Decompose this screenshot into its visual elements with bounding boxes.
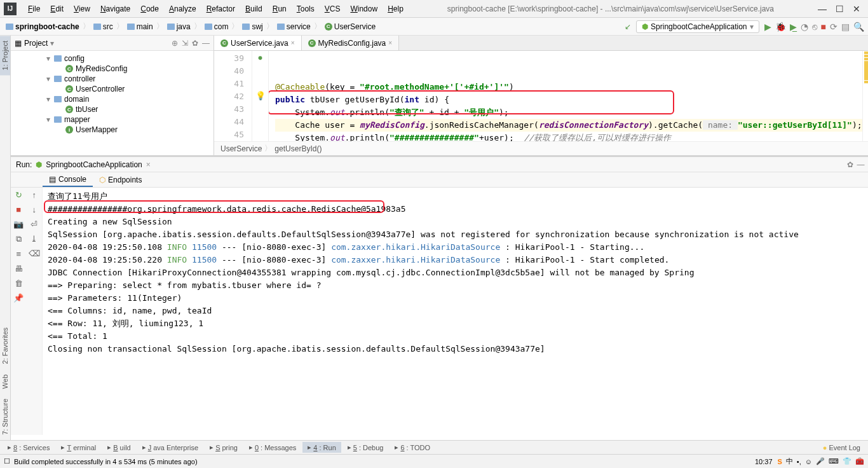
filter-icon[interactable]: ≡ (16, 249, 21, 259)
up-icon[interactable]: ↑ (32, 190, 37, 200)
bottom-tab-Java-Enterprise[interactable]: ▸ Java Enterprise (137, 442, 203, 453)
breadcrumb-com[interactable]: com (203, 22, 231, 31)
breadcrumb-swj[interactable]: swj (240, 22, 264, 31)
attach-icon[interactable]: ⎋ (812, 22, 817, 32)
debug-icon[interactable]: 🐞 (775, 22, 786, 32)
search-icon[interactable]: 🔍 (853, 22, 864, 32)
tree-node-controller[interactable]: ▾controller (11, 74, 214, 84)
menu-tools[interactable]: Tools (293, 3, 318, 15)
camera-icon[interactable]: 📷 (13, 219, 24, 229)
run-config-selector[interactable]: ⬢ SpringbootCacheApplication ▾ (636, 20, 759, 33)
kbd-icon[interactable]: ⌨ (829, 457, 839, 465)
stop-icon[interactable]: ■ (821, 22, 826, 32)
close-icon[interactable]: × (146, 160, 151, 169)
breadcrumb-UserService[interactable]: CUserService (323, 22, 377, 31)
down-icon[interactable]: ↓ (32, 205, 37, 214)
profile-icon[interactable]: ◔ (801, 22, 808, 32)
bottom-tab-Spring[interactable]: ▸ Spring (205, 442, 243, 453)
menu-edit[interactable]: Edit (46, 3, 67, 15)
emoji-icon[interactable]: ☺ (805, 458, 812, 465)
close-icon[interactable]: × (291, 39, 295, 46)
run-icon[interactable]: ▶ (764, 22, 771, 32)
coverage-icon[interactable]: ▶̲ (790, 22, 797, 32)
structure-tool-tab[interactable]: 7: Structure (0, 394, 10, 440)
bottom-tab-4--Run[interactable]: ▸ 4: Run (302, 442, 341, 453)
minimize-button[interactable]: — (818, 4, 827, 14)
breadcrumb-src[interactable]: src (92, 22, 115, 31)
bottom-tab-Terminal[interactable]: ▸ Terminal (56, 442, 101, 453)
breadcrumb-main[interactable]: main (125, 22, 155, 31)
hide-icon[interactable]: — (202, 39, 210, 48)
stop-icon[interactable]: ■ (16, 205, 21, 214)
toolbox-icon[interactable]: 🧰 (855, 457, 864, 465)
ime-icon[interactable]: 中 (786, 457, 793, 466)
hide-panel-icon[interactable]: — (857, 160, 865, 169)
console-output[interactable]: 查询了11号用户################org.springframew… (43, 188, 868, 435)
web-tool-tab[interactable]: Web (0, 369, 10, 394)
menu-view[interactable]: View (70, 3, 94, 15)
breadcrumb-springboot-cache[interactable]: springboot-cache (4, 22, 81, 31)
favorites-tool-tab[interactable]: 2: Favorites (0, 322, 10, 369)
tree-node-UserController[interactable]: CUserController (11, 84, 214, 94)
vcs-icon[interactable]: ⟳ (830, 22, 837, 32)
collapse-icon[interactable]: ⇲ (182, 39, 188, 48)
menu-code[interactable]: Code (137, 3, 163, 15)
bulb-icon[interactable]: 💡 (255, 91, 266, 100)
bottom-tab-5--Debug[interactable]: ▸ 5: Debug (342, 442, 389, 453)
breadcrumb-java[interactable]: java (165, 22, 193, 31)
menu-window[interactable]: Window (346, 3, 381, 15)
bc-class[interactable]: UserService (220, 144, 262, 153)
tree-node-UserMapper[interactable]: IUserMapper (11, 125, 214, 135)
menu-analyze[interactable]: Analyze (165, 3, 200, 15)
code-area[interactable]: @Cacheable(key = "#root.methodName+'['+#… (269, 51, 862, 141)
tree-node-MyRedisConfig[interactable]: CMyRedisConfig (11, 64, 214, 74)
bottom-tab-6--TODO[interactable]: ▸ 6: TODO (390, 442, 435, 453)
layout-icon[interactable]: ⧉ (16, 234, 22, 244)
sogou-icon[interactable]: S (778, 458, 782, 465)
bc-method[interactable]: getUserById() (275, 144, 322, 153)
tree-node-config[interactable]: ▾config (11, 53, 214, 64)
mic-icon[interactable]: 🎤 (816, 457, 825, 465)
close-button[interactable]: ✕ (853, 4, 860, 14)
tab-UserService.java[interactable]: CUserService.java× (214, 36, 302, 50)
delete-icon[interactable]: 🗑 (15, 279, 23, 288)
bottom-tab-0--Messages[interactable]: ▸ 0: Messages (244, 442, 301, 453)
menu-build[interactable]: Build (241, 3, 266, 15)
tree-node-mapper[interactable]: ▾mapper (11, 114, 214, 125)
tree-node-domain[interactable]: ▾domain (11, 94, 214, 104)
menu-navigate[interactable]: Navigate (97, 3, 134, 15)
event-log-tab[interactable]: ● Event Log (818, 443, 865, 453)
status-icon[interactable]: ☐ (4, 457, 10, 465)
tab-MyRedisConfig.java[interactable]: CMyRedisConfig.java× (302, 36, 400, 50)
maximize-button[interactable]: ☐ (836, 4, 844, 14)
pin-icon[interactable]: 📌 (13, 293, 24, 303)
bottom-tab-8--Services[interactable]: ▸ 8: Services (3, 442, 55, 453)
gear-icon[interactable]: ✿ (847, 160, 853, 169)
run-tab-endpoints[interactable]: ⬡ Endpoints (93, 174, 148, 186)
error-stripe[interactable] (862, 51, 868, 141)
project-tool-tab[interactable]: 1: Project (0, 36, 10, 75)
bottom-tab-Build[interactable]: ▸ Build (102, 442, 135, 453)
punct-icon[interactable]: •, (797, 458, 801, 465)
settings-icon[interactable]: ✿ (192, 39, 198, 48)
menu-help[interactable]: Help (384, 3, 407, 15)
project-tree[interactable]: ▾configCMyRedisConfig▾controllerCUserCon… (11, 51, 214, 155)
build-icon[interactable]: ↙ (625, 22, 631, 31)
menu-vcs[interactable]: VCS (321, 3, 344, 15)
run-tab-console[interactable]: ▤ Console (43, 173, 93, 187)
scroll-icon[interactable]: ⤓ (31, 234, 37, 244)
wrap-icon[interactable]: ⏎ (31, 219, 37, 229)
tree-node-tbUser[interactable]: CtbUser (11, 104, 214, 114)
breadcrumb-service[interactable]: service (275, 22, 313, 31)
menu-run[interactable]: Run (269, 3, 290, 15)
sync-icon[interactable]: ⊕ (172, 39, 178, 48)
rerun-icon[interactable]: ↻ (15, 190, 22, 200)
menu-refactor[interactable]: Refactor (203, 3, 239, 15)
clear-icon[interactable]: ⌫ (29, 249, 40, 258)
print-icon[interactable]: 🖶 (15, 264, 23, 273)
skin-icon[interactable]: 👕 (843, 457, 851, 465)
close-icon[interactable]: × (388, 39, 392, 46)
menu-file[interactable]: File (24, 3, 44, 15)
structure-icon[interactable]: ▤ (841, 22, 850, 32)
gutter-icon[interactable]: ● (258, 54, 262, 61)
